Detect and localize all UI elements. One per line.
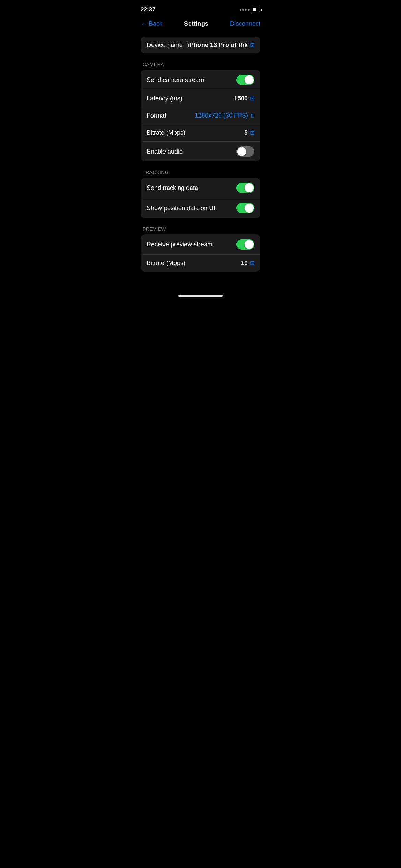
latency-edit-icon[interactable]: ⊡	[250, 95, 254, 102]
preview-card: Receive preview stream Bitrate (Mbps) 10…	[141, 234, 260, 272]
signal-dot-4	[248, 9, 250, 11]
latency-number: 1500	[234, 95, 248, 102]
status-time: 22:37	[141, 6, 155, 13]
settings-content: Device name iPhone 13 Pro of Rik ⊡ CAMER…	[134, 33, 267, 288]
show-position-data-label: Show position data on UI	[147, 205, 215, 212]
receive-preview-stream-label: Receive preview stream	[147, 241, 212, 248]
show-position-data-toggle[interactable]	[236, 203, 254, 213]
signal-dots	[240, 9, 250, 11]
send-tracking-data-toggle[interactable]	[236, 183, 254, 193]
bitrate-preview-value: 10 ⊡	[241, 260, 254, 267]
battery-icon	[252, 8, 260, 12]
send-tracking-data-row: Send tracking data	[141, 178, 260, 198]
device-name-row[interactable]: Device name iPhone 13 Pro of Rik ⊡	[141, 37, 260, 53]
format-label: Format	[147, 112, 166, 119]
bitrate-preview-row: Bitrate (Mbps) 10 ⊡	[141, 255, 260, 272]
bitrate-camera-edit-icon[interactable]: ⊡	[250, 130, 254, 136]
preview-section-label: PREVIEW	[141, 221, 260, 234]
latency-value: 1500 ⊡	[234, 95, 254, 102]
enable-audio-toggle[interactable]	[236, 146, 254, 157]
enable-audio-row: Enable audio	[141, 142, 260, 161]
enable-audio-label: Enable audio	[147, 148, 183, 155]
tracking-card: Send tracking data Show position data on…	[141, 178, 260, 218]
send-camera-stream-label: Send camera stream	[147, 76, 204, 84]
back-button[interactable]: ← Back	[141, 20, 162, 28]
status-icons	[240, 8, 260, 12]
send-camera-stream-toggle[interactable]	[236, 75, 254, 85]
signal-dot-1	[240, 9, 241, 11]
device-name-card: Device name iPhone 13 Pro of Rik ⊡	[141, 37, 260, 53]
signal-dot-2	[242, 9, 244, 11]
tracking-section-label: TRACKING	[141, 164, 260, 178]
enable-audio-thumb	[237, 147, 246, 156]
bitrate-camera-number: 5	[244, 129, 248, 136]
device-name-edit-icon[interactable]: ⊡	[250, 42, 254, 48]
device-name-label: Device name	[147, 41, 183, 49]
signal-dot-3	[245, 9, 247, 11]
latency-label: Latency (ms)	[147, 95, 182, 102]
disconnect-button[interactable]: Disconnect	[230, 20, 260, 27]
send-camera-stream-row: Send camera stream	[141, 70, 260, 90]
back-arrow-icon: ←	[141, 20, 147, 28]
send-tracking-data-label: Send tracking data	[147, 184, 198, 192]
bitrate-preview-number: 10	[241, 260, 248, 267]
show-position-data-row: Show position data on UI	[141, 198, 260, 218]
bitrate-camera-value: 5 ⊡	[244, 129, 254, 136]
battery-fill	[253, 8, 256, 11]
home-indicator	[178, 295, 223, 297]
bitrate-preview-label: Bitrate (Mbps)	[147, 260, 185, 267]
latency-row: Latency (ms) 1500 ⊡	[141, 90, 260, 107]
status-bar: 22:37	[134, 0, 267, 17]
format-text: 1280x720 (30 FPS)	[195, 112, 248, 119]
format-row: Format 1280x720 (30 FPS) ⇅	[141, 107, 260, 124]
send-camera-stream-thumb	[245, 75, 254, 84]
format-chevron-icon: ⇅	[250, 113, 254, 119]
receive-preview-stream-row: Receive preview stream	[141, 234, 260, 255]
camera-section-label: CAMERA	[141, 56, 260, 70]
back-label: Back	[149, 20, 162, 27]
format-value[interactable]: 1280x720 (30 FPS) ⇅	[195, 112, 254, 119]
device-name-text: iPhone 13 Pro of Rik	[188, 41, 248, 49]
camera-card: Send camera stream Latency (ms) 1500 ⊡ F…	[141, 70, 260, 161]
bitrate-camera-label: Bitrate (Mbps)	[147, 129, 185, 136]
bitrate-camera-row: Bitrate (Mbps) 5 ⊡	[141, 124, 260, 142]
show-position-data-thumb	[245, 204, 254, 213]
receive-preview-stream-thumb	[245, 240, 254, 249]
bitrate-preview-edit-icon[interactable]: ⊡	[250, 260, 254, 266]
receive-preview-stream-toggle[interactable]	[236, 239, 254, 250]
nav-bar: ← Back Settings Disconnect	[134, 17, 267, 33]
page-title: Settings	[184, 20, 208, 27]
device-name-value: iPhone 13 Pro of Rik ⊡	[188, 41, 254, 49]
send-tracking-data-thumb	[245, 183, 254, 192]
